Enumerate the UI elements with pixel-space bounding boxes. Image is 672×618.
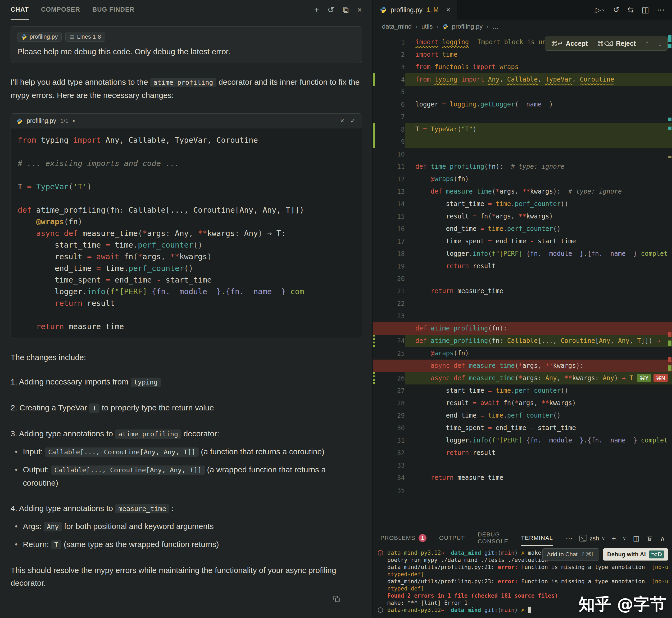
close-tab-icon[interactable]: × — [446, 6, 451, 14]
tab-problems[interactable]: PROBLEMS 1 — [381, 531, 426, 546]
code-line[interactable]: 14 start_time = time.perf_counter() — [373, 198, 672, 210]
inline-diff-chips: ⌘Y⌘N — [637, 374, 668, 382]
code-line[interactable]: 30 time_spent = end_time - start_time — [373, 422, 672, 434]
code-line[interactable]: 11def time_profiling(fn): # type: ignore — [373, 161, 672, 173]
lines-context-chip[interactable]: ▤ Lines 1-8 — [65, 32, 105, 41]
chat-panel: CHAT COMPOSER BUG FINDER + ↺ ⧉ × profili… — [0, 0, 373, 618]
close-chat-icon[interactable]: × — [357, 6, 362, 14]
code-line[interactable]: 25 @wraps(fn) — [373, 347, 672, 359]
line-number: 11 — [373, 163, 405, 171]
debug-with-ai-button[interactable]: Debug with AI ⌥D — [603, 548, 668, 560]
code-text: return result — [405, 260, 672, 273]
code-line[interactable]: 12 @wraps(fn) — [373, 173, 672, 185]
chat-actions: + ↺ ⧉ × — [314, 0, 362, 20]
more-actions-icon[interactable]: ⋯ — [566, 535, 572, 542]
code-line[interactable]: 15 result = fn(*args, **kwargs) — [373, 210, 672, 223]
code-text: time_spent = end_time - start_time — [405, 235, 672, 247]
split-terminal-icon[interactable]: ◫ — [633, 535, 640, 542]
tab-bug-finder[interactable]: BUG FINDER — [92, 0, 134, 20]
new-chat-icon[interactable]: + — [314, 6, 319, 14]
code-line[interactable]: 21 return measure_time — [373, 285, 672, 297]
new-terminal-icon[interactable]: + — [612, 535, 616, 542]
code-line[interactable]: 27 start_time = time.perf_counter() — [373, 385, 672, 397]
copy-message-icon[interactable] — [332, 595, 341, 604]
code-line[interactable]: 13 def measure_time(*args, **kwargs): # … — [373, 185, 672, 198]
add-to-chat-button[interactable]: Add to Chat ⇧⌘L — [542, 548, 599, 560]
code-line[interactable]: 32 return result — [373, 447, 672, 459]
code-line[interactable]: 7 — [373, 111, 672, 123]
diff-gutter-bar — [373, 73, 375, 86]
line-number: 27 — [373, 387, 405, 395]
added-code-line[interactable]: 8T = TypeVar("T") — [373, 123, 672, 135]
code-line[interactable]: 5 — [373, 86, 672, 98]
run-button[interactable]: ▷ ∨ — [595, 5, 605, 14]
code-text: return measure_time — [405, 285, 672, 297]
reject-shortcut: ⌘⌫ — [597, 40, 613, 47]
added-code-line[interactable]: 26 async def measure_time(*args: Any, **… — [373, 372, 672, 385]
code-line[interactable]: 3from functools import wraps — [373, 61, 672, 73]
line-number: 18 — [373, 250, 405, 258]
tab-output[interactable]: OUTPUT — [439, 531, 465, 546]
next-change-icon[interactable]: ↓ — [658, 39, 662, 48]
tab-terminal[interactable]: TERMINAL — [521, 531, 553, 546]
breadcrumb-folder[interactable]: data_mind — [382, 23, 412, 30]
shell-selector[interactable]: >_ zsh ∨ — [579, 535, 605, 542]
code-line[interactable]: 34 return measure_time — [373, 472, 672, 484]
reject-hunk-chip[interactable]: ⌘N — [654, 374, 668, 382]
code-line[interactable]: 28 result = await fn(*args, **kwargs) — [373, 397, 672, 409]
code-line[interactable]: 17 time_spent = end_time - start_time — [373, 235, 672, 247]
breadcrumb-file[interactable]: profiling.py — [452, 23, 483, 30]
accept-hunk-chip[interactable]: ⌘Y — [637, 374, 651, 382]
more-actions-icon[interactable]: ⋯ — [657, 6, 665, 14]
overview-ruler[interactable] — [668, 33, 671, 531]
code-line[interactable]: 20 — [373, 273, 672, 285]
chat-conversation[interactable]: profiling.py ▤ Lines 1-8 Please help me … — [0, 20, 373, 618]
reject-code-icon[interactable]: × — [340, 117, 344, 125]
deleted-code-line[interactable]: def atime_profiling(fn): — [373, 322, 672, 335]
code-line[interactable]: 18 logger.info(f"[PERF] {fn.__module__}.… — [373, 247, 672, 260]
apply-code-icon[interactable]: ✓ — [350, 117, 356, 125]
split-editor-icon[interactable]: ◫ — [642, 6, 649, 14]
tab-composer[interactable]: COMPOSER — [41, 0, 80, 20]
code-line[interactable]: 6logger = logging.getLogger(__name__) — [373, 98, 672, 111]
editor-tab-profiling[interactable]: profiling.py 1, M × — [373, 0, 458, 20]
added-code-line[interactable]: 9 — [373, 135, 672, 148]
deleted-code-line[interactable]: async def measure_time(*args, **kwargs): — [373, 359, 672, 372]
inline-code: T — [51, 540, 61, 549]
tab-chat[interactable]: CHAT — [11, 0, 29, 20]
code-text: async def measure_time(*args, **kwargs): — [405, 359, 672, 372]
prev-change-icon[interactable]: ↑ — [645, 39, 649, 48]
explanation-item: 4. Adding type annotations to measure_ti… — [11, 502, 362, 551]
code-line[interactable]: 16 end_time = time.perf_counter() — [373, 223, 672, 235]
maximize-panel-icon[interactable]: ∧ — [660, 535, 665, 542]
code-line[interactable]: 35 — [373, 484, 672, 497]
terminal-line: data_mind/utils/profiling.py:23: error: … — [377, 578, 669, 585]
code-editor[interactable]: 1import loggingImport block is un-sorted… — [373, 33, 672, 531]
code-line[interactable]: 10 — [373, 148, 672, 161]
diff-gutter-bar — [373, 372, 375, 385]
python-file-icon — [17, 118, 22, 124]
history-icon[interactable]: ↺ — [327, 6, 334, 14]
code-line[interactable]: 31 logger.info(f"[PERF] {fn.__module__}.… — [373, 434, 672, 447]
code-line[interactable]: 22 — [373, 297, 672, 310]
file-context-chip[interactable]: profiling.py — [17, 32, 61, 41]
open-changes-icon[interactable]: ⇆ — [627, 6, 634, 14]
timeline-icon[interactable]: ↺ — [613, 6, 619, 14]
code-line[interactable]: 33 — [373, 459, 672, 472]
tab-debug-console[interactable]: DEBUG CONSOLE — [478, 531, 509, 546]
reject-all-button[interactable]: ⌘⌫ Reject — [597, 40, 636, 47]
open-in-editor-icon[interactable]: ⧉ — [343, 6, 349, 14]
code-text: T = TypeVar("T") — [405, 123, 672, 135]
code-line[interactable]: 19 return result — [373, 260, 672, 273]
added-code-line[interactable]: 24def atime_profiling(fn: Callable[..., … — [373, 335, 672, 347]
kill-terminal-icon[interactable] — [646, 535, 653, 542]
lines-icon: ▤ — [69, 34, 74, 40]
new-terminal-dropdown-icon[interactable]: ∨ — [623, 536, 626, 541]
code-line[interactable]: 23 — [373, 310, 672, 322]
added-code-line[interactable]: 4from typing import Any, Callable, TypeV… — [373, 73, 672, 86]
accept-all-button[interactable]: ⌘↵ Accept — [551, 40, 587, 47]
breadcrumb-folder[interactable]: utils — [421, 23, 433, 30]
code-line[interactable]: 29 end_time = time.perf_counter() — [373, 409, 672, 422]
bullet-item: •Output: Callable[..., Coroutine[Any, An… — [15, 463, 362, 489]
breadcrumb-symbol[interactable]: … — [492, 23, 499, 30]
